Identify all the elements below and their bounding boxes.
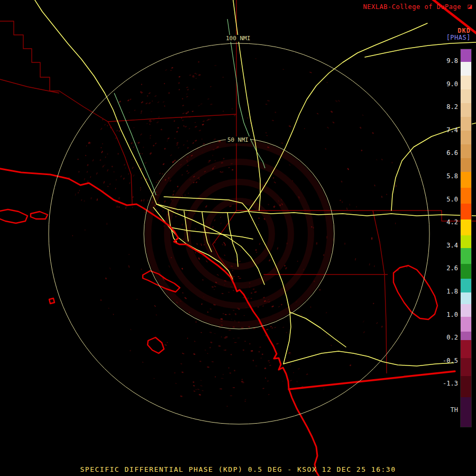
product-code: DKD bbox=[457, 27, 471, 34]
colorbar-tick: 1.0 bbox=[435, 311, 458, 318]
colorbar-segment bbox=[461, 279, 471, 292]
colorbar-segment bbox=[461, 144, 471, 158]
island-outline bbox=[0, 209, 28, 223]
county-lines bbox=[0, 0, 476, 373]
colorbar-segment bbox=[461, 204, 471, 219]
colorbar-segment bbox=[461, 62, 471, 76]
lake-outline bbox=[393, 266, 437, 319]
colorbar-segment bbox=[461, 264, 471, 279]
river-line bbox=[114, 93, 156, 195]
colorbar-segment bbox=[461, 49, 471, 62]
colorbar-segment bbox=[461, 340, 471, 358]
colorbar-segment bbox=[461, 131, 471, 144]
road-line bbox=[33, 0, 157, 204]
colorbar-tick: 1.8 bbox=[435, 288, 458, 295]
range-ring-50-label: 50 NMI bbox=[226, 136, 250, 143]
road-line bbox=[283, 351, 454, 366]
colorbar bbox=[460, 49, 472, 427]
colorbar-segment bbox=[461, 76, 471, 89]
road-line bbox=[365, 42, 476, 57]
county-line bbox=[108, 114, 236, 122]
colorbar-segment bbox=[461, 332, 471, 340]
colorbar-segment bbox=[461, 358, 471, 376]
range-rings bbox=[49, 43, 429, 424]
road-line bbox=[290, 312, 346, 347]
range-ring-100 bbox=[49, 43, 429, 424]
island-outline bbox=[49, 298, 54, 304]
colorbar-segment bbox=[461, 117, 471, 131]
radar-display: { "header": { "credit": "NEXLAB-College … bbox=[0, 0, 476, 476]
colorbar-ticks: 9.89.08.27.46.65.85.04.23.42.61.81.00.2-… bbox=[435, 0, 458, 476]
radar-speckles bbox=[68, 58, 408, 407]
map-canvas bbox=[0, 0, 476, 476]
colorbar-tick: 2.6 bbox=[435, 264, 458, 272]
colorbar-tick: 9.8 bbox=[435, 57, 458, 65]
coastline bbox=[0, 0, 476, 476]
colorbar-tick: 3.4 bbox=[435, 242, 458, 249]
colorbar-tick: 4.2 bbox=[435, 218, 458, 226]
colorbar-tick: 9.0 bbox=[435, 80, 458, 88]
colorbar-segment bbox=[461, 188, 471, 204]
colorbar-tick: 7.4 bbox=[435, 126, 458, 134]
island-outline bbox=[148, 337, 164, 353]
colorbar-segment bbox=[461, 292, 471, 304]
colorbar-segment bbox=[461, 235, 471, 248]
nexlab-logo-icon: ◪ bbox=[468, 2, 472, 10]
colorbar-segment bbox=[461, 304, 471, 317]
colorbar-segment bbox=[461, 103, 471, 117]
mexico-border-line bbox=[289, 371, 455, 389]
colorbar-tick: 5.0 bbox=[435, 196, 458, 203]
colorbar-segment bbox=[461, 397, 471, 427]
colorbar-segment bbox=[461, 89, 471, 103]
colorbar-segment bbox=[461, 376, 471, 397]
colorbar-tick: 6.6 bbox=[435, 149, 458, 157]
range-ring-100-label: 100 NMI bbox=[224, 35, 252, 42]
colorbar-segment bbox=[461, 158, 471, 172]
colorbar-tick: -0.5 bbox=[435, 357, 458, 364]
island-outline bbox=[31, 212, 48, 219]
colorbar-segment bbox=[461, 248, 471, 264]
colorbar-segment bbox=[461, 317, 471, 332]
colorbar-segment bbox=[461, 172, 471, 188]
colorbar-tick: -1.3 bbox=[435, 380, 458, 387]
colorbar-segment bbox=[461, 219, 471, 235]
road-line bbox=[227, 213, 238, 267]
colorbar-tick: 8.2 bbox=[435, 103, 458, 111]
river-lines bbox=[114, 19, 265, 195]
county-line bbox=[373, 210, 387, 373]
colorbar-tick: 5.8 bbox=[435, 172, 458, 180]
county-line bbox=[0, 79, 59, 93]
product-caption: SPECIFIC DIFFERENTIAL PHASE (KDP) 0.5 DE… bbox=[0, 465, 476, 473]
colorbar-tick: 0.2 bbox=[435, 334, 458, 341]
